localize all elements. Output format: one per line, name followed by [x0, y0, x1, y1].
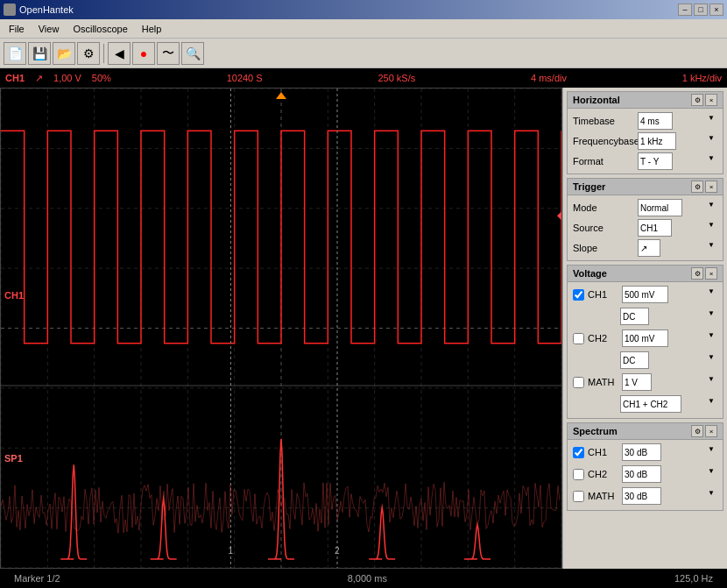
- status-bar: Marker 1/2 8,000 ms 125,0 Hz: [0, 569, 727, 588]
- voltage-math-row: MATH 1 V: [573, 373, 717, 391]
- app-icon: [4, 4, 16, 16]
- voltage-ch1-coupling-select[interactable]: DC: [620, 308, 649, 325]
- osc-display[interactable]: CH1 SP1: [0, 88, 562, 569]
- slope-label: Slope: [573, 243, 634, 253]
- spectrum-ch2-checkbox[interactable]: [573, 469, 584, 480]
- ch1-percent: 50%: [92, 73, 111, 83]
- signal-button[interactable]: 〜: [157, 42, 180, 65]
- timebase-select-wrapper: 4 ms: [638, 112, 717, 130]
- slope-select[interactable]: ↗: [638, 239, 660, 257]
- voltage-ch2-row: CH2 100 mV: [573, 329, 717, 347]
- close-button[interactable]: ×: [709, 4, 723, 16]
- menubar: File View Oscilloscope Help: [0, 19, 727, 39]
- voltage-ch1-row: CH1 500 mV: [573, 286, 717, 303]
- mode-select[interactable]: Normal: [638, 199, 682, 216]
- right-panel: Horizontal ⚙ × Timebase 4 ms Frequencyb: [562, 88, 727, 569]
- horizontal-settings-btn[interactable]: ⚙: [691, 94, 703, 106]
- spectrum-ch1-checkbox[interactable]: [573, 447, 584, 458]
- ch1-timediv: 4 ms/div: [531, 73, 567, 83]
- ch1-bar: CH1 ↗ 1,00 V 50% 10240 S 250 kS/s 4 ms/d…: [0, 68, 727, 88]
- spectrum-header: Spectrum ⚙ ×: [568, 423, 723, 440]
- voltage-ch1-select[interactable]: 500 mV: [622, 286, 668, 303]
- stop-button[interactable]: ●: [132, 42, 155, 65]
- format-select[interactable]: T - Y: [638, 152, 673, 170]
- slope-row: Slope ↗: [573, 239, 717, 257]
- freqbase-label: Frequencybase: [573, 136, 634, 146]
- voltage-ch2-label: CH2: [588, 333, 618, 344]
- voltage-math-select[interactable]: 1 V: [622, 373, 652, 391]
- format-row: Format T - Y: [573, 152, 717, 170]
- maximize-button[interactable]: □: [694, 4, 708, 16]
- format-label: Format: [573, 156, 634, 166]
- save-button[interactable]: 💾: [28, 42, 51, 65]
- spectrum-ch1-select-wrapper: 30 dB: [622, 443, 717, 461]
- mode-select-wrapper: Normal: [638, 199, 717, 216]
- horizontal-close-btn[interactable]: ×: [705, 94, 717, 106]
- voltage-header: Voltage ⚙ ×: [568, 266, 723, 282]
- voltage-ch2-coupling-wrapper: DC: [620, 351, 717, 369]
- source-select[interactable]: CH1: [638, 219, 672, 237]
- settings-button[interactable]: ⚙: [77, 42, 100, 65]
- trigger-title: Trigger: [573, 181, 605, 192]
- voltage-ch2-coupling-row: DC: [573, 351, 717, 369]
- voltage-ch2-checkbox[interactable]: [573, 333, 584, 344]
- minimize-button[interactable]: –: [678, 4, 692, 16]
- spectrum-ch2-row: CH2 30 dB: [573, 465, 717, 483]
- source-row: Source CH1: [573, 219, 717, 237]
- new-button[interactable]: 📄: [4, 42, 26, 65]
- spectrum-title: Spectrum: [573, 426, 618, 436]
- menu-oscilloscope[interactable]: Oscilloscope: [66, 22, 134, 36]
- spectrum-ch1-label: CH1: [588, 447, 618, 457]
- freq-value: 125,0 Hz: [666, 573, 722, 584]
- open-button[interactable]: 📂: [53, 42, 75, 65]
- voltage-title: Voltage: [573, 268, 607, 279]
- spectrum-close-btn[interactable]: ×: [705, 425, 717, 437]
- zoom-button[interactable]: 🔍: [181, 42, 204, 65]
- ch1-voltage: 1,00 V: [53, 73, 81, 83]
- trigger-close-btn[interactable]: ×: [705, 181, 717, 193]
- trigger-settings-btn[interactable]: ⚙: [691, 181, 703, 193]
- toolbar: 📄 💾 📂 ⚙ ◀ ● 〜 🔍: [0, 39, 727, 68]
- freqbase-select-wrapper: 1 kHz: [638, 132, 717, 150]
- voltage-close-btn[interactable]: ×: [705, 267, 717, 280]
- voltage-ch2-select[interactable]: 100 mV: [622, 329, 668, 347]
- spectrum-math-select[interactable]: 30 dB: [622, 487, 661, 505]
- source-label: Source: [573, 223, 634, 233]
- ch1-arrow: ↗: [35, 73, 43, 84]
- trigger-section: Trigger ⚙ × Mode Normal Source: [567, 178, 723, 261]
- ch1-samplerate: 250 kS/s: [378, 73, 415, 83]
- app-title: OpenHantek: [19, 4, 678, 15]
- spectrum-math-checkbox[interactable]: [573, 491, 584, 502]
- spectrum-section: Spectrum ⚙ × CH1 30 dB: [567, 422, 723, 511]
- toolbar-separator: [103, 44, 104, 63]
- back-button[interactable]: ◀: [108, 42, 131, 65]
- horizontal-header: Horizontal ⚙ ×: [568, 92, 723, 109]
- oscilloscope-canvas: [1, 89, 561, 568]
- spectrum-ch2-select-wrapper: 30 dB: [622, 465, 717, 483]
- voltage-settings-btn[interactable]: ⚙: [691, 267, 703, 280]
- spectrum-math-select-wrapper: 30 dB: [622, 487, 717, 505]
- menu-view[interactable]: View: [32, 22, 67, 36]
- menu-help[interactable]: Help: [135, 22, 169, 36]
- slope-select-wrapper: ↗: [638, 239, 717, 257]
- voltage-math-checkbox[interactable]: [573, 377, 584, 388]
- freqbase-select[interactable]: 1 kHz: [638, 132, 676, 150]
- voltage-math-formula-select[interactable]: CH1 + CH2: [620, 395, 681, 413]
- voltage-ch1-checkbox[interactable]: [573, 289, 584, 301]
- main-container: CH1 SP1 Horizontal ⚙ × Timebase 4 ms: [0, 88, 727, 569]
- spectrum-settings-btn[interactable]: ⚙: [691, 425, 703, 437]
- spectrum-ch1-select[interactable]: 30 dB: [622, 443, 661, 461]
- spectrum-ch2-label: CH2: [588, 469, 618, 479]
- titlebar: OpenHantek – □ ×: [0, 0, 727, 19]
- spectrum-ch2-select[interactable]: 30 dB: [622, 465, 661, 483]
- voltage-ch2-coupling-select[interactable]: DC: [620, 351, 649, 369]
- trigger-controls: ⚙ ×: [691, 181, 717, 193]
- timebase-select[interactable]: 4 ms: [638, 112, 673, 130]
- menu-file[interactable]: File: [2, 22, 32, 36]
- mode-label: Mode: [573, 202, 634, 213]
- voltage-ch1-coupling-wrapper: DC: [620, 308, 717, 325]
- voltage-math-label: MATH: [588, 377, 618, 387]
- ch1-label: CH1: [5, 73, 25, 83]
- timebase-label: Timebase: [573, 116, 634, 126]
- freqbase-row: Frequencybase 1 kHz: [573, 132, 717, 150]
